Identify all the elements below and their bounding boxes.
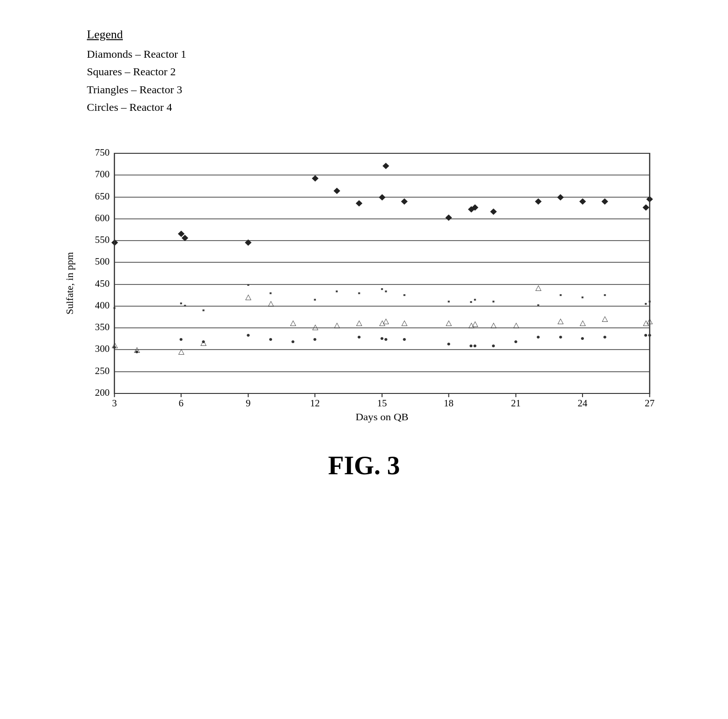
svg-text:550: 550 xyxy=(95,235,110,244)
svg-text:△: △ xyxy=(446,318,452,327)
svg-text:△: △ xyxy=(491,320,497,329)
svg-text:▪: ▪ xyxy=(644,299,647,308)
page-content: Legend Diamonds – Reactor 1 Squares – Re… xyxy=(41,28,687,480)
svg-text:●: ● xyxy=(357,333,361,340)
svg-text:◆: ◆ xyxy=(312,173,318,182)
svg-text:●: ● xyxy=(558,333,563,340)
chart-svg: 750 700 650 600 550 xyxy=(80,144,664,421)
x-ticks: 3 6 9 12 15 18 21 24 xyxy=(112,393,654,408)
svg-text:24: 24 xyxy=(578,398,588,408)
svg-text:▪: ▪ xyxy=(470,297,473,306)
svg-text:●: ● xyxy=(179,335,183,343)
svg-text:▪: ▪ xyxy=(581,293,584,302)
svg-text:△: △ xyxy=(401,318,407,327)
svg-text:250: 250 xyxy=(95,366,110,375)
svg-rect-0 xyxy=(115,153,650,393)
svg-text:●: ● xyxy=(313,335,317,343)
svg-text:△: △ xyxy=(245,292,251,301)
svg-text:●: ● xyxy=(603,333,607,340)
svg-text:●: ● xyxy=(536,333,540,340)
svg-text:9: 9 xyxy=(246,398,251,408)
svg-text:▪: ▪ xyxy=(358,289,361,297)
y-axis-label: Sulfate, in ppm xyxy=(64,252,76,314)
svg-text:15: 15 xyxy=(377,398,387,408)
svg-text:△: △ xyxy=(334,320,340,329)
svg-text:△: △ xyxy=(268,299,274,308)
svg-text:▪: ▪ xyxy=(269,289,272,297)
svg-text:400: 400 xyxy=(95,300,110,310)
svg-text:350: 350 xyxy=(95,322,110,332)
svg-text:▪: ▪ xyxy=(183,301,186,310)
svg-text:△: △ xyxy=(472,319,478,328)
svg-text:200: 200 xyxy=(95,387,110,397)
svg-text:●: ● xyxy=(384,335,388,343)
svg-text:△: △ xyxy=(580,318,586,327)
svg-text:△: △ xyxy=(535,283,541,292)
svg-text:●: ● xyxy=(291,338,295,345)
svg-text:◆: ◆ xyxy=(490,206,497,215)
svg-text:6: 6 xyxy=(179,398,184,408)
svg-text:△: △ xyxy=(643,318,649,327)
svg-text:●: ● xyxy=(402,335,406,343)
svg-text:◆: ◆ xyxy=(535,196,541,205)
chart-wrapper: Sulfate, in ppm 750 700 xyxy=(64,144,664,423)
legend-item-circles: Circles – Reactor 4 xyxy=(87,98,186,116)
chart-area: 750 700 650 600 550 xyxy=(80,144,664,423)
svg-text:●: ● xyxy=(268,335,273,343)
svg-text:●: ● xyxy=(473,342,477,349)
svg-text:△: △ xyxy=(558,316,564,325)
legend-title: Legend xyxy=(87,28,186,42)
svg-text:●: ● xyxy=(201,338,206,345)
svg-text:●: ● xyxy=(246,331,250,338)
x-axis-label: Days on QB xyxy=(356,411,409,422)
svg-text:△: △ xyxy=(513,320,519,329)
svg-text:▪: ▪ xyxy=(202,306,205,314)
svg-text:▪: ▪ xyxy=(247,280,249,289)
chart-container: Sulfate, in ppm 750 700 xyxy=(64,144,664,423)
svg-text:△: △ xyxy=(312,322,318,331)
svg-text:▪: ▪ xyxy=(537,301,540,309)
svg-text:△: △ xyxy=(383,316,389,325)
svg-text:27: 27 xyxy=(645,398,655,408)
svg-text:◆: ◆ xyxy=(382,161,389,169)
svg-text:18: 18 xyxy=(444,398,454,408)
svg-text:▪: ▪ xyxy=(559,290,562,299)
svg-text:●: ● xyxy=(447,340,451,347)
svg-text:▪: ▪ xyxy=(403,290,406,299)
svg-text:▪: ▪ xyxy=(335,287,338,296)
svg-text:21: 21 xyxy=(511,398,521,408)
svg-text:▪: ▪ xyxy=(314,295,316,304)
svg-text:600: 600 xyxy=(95,213,110,223)
legend-item-diamonds: Diamonds – Reactor 1 xyxy=(87,45,186,63)
svg-text:◆: ◆ xyxy=(579,196,586,205)
svg-text:300: 300 xyxy=(95,344,110,353)
svg-text:◆: ◆ xyxy=(379,192,385,201)
svg-text:△: △ xyxy=(290,318,296,327)
legend-section: Legend Diamonds – Reactor 1 Squares – Re… xyxy=(87,28,186,116)
svg-text:◆: ◆ xyxy=(334,186,340,194)
svg-text:450: 450 xyxy=(95,278,110,288)
svg-text:●: ● xyxy=(514,338,518,345)
svg-text:▪: ▪ xyxy=(381,284,383,293)
svg-text:◆: ◆ xyxy=(245,237,251,246)
svg-text:◆: ◆ xyxy=(445,212,452,221)
svg-text:▪: ▪ xyxy=(492,297,495,306)
svg-text:●: ● xyxy=(135,348,139,355)
svg-text:12: 12 xyxy=(310,398,320,408)
svg-text:▪: ▪ xyxy=(180,299,182,308)
svg-text:3: 3 xyxy=(112,398,117,408)
svg-text:△: △ xyxy=(356,318,362,327)
svg-text:◆: ◆ xyxy=(401,196,407,205)
svg-text:500: 500 xyxy=(95,256,110,266)
svg-text:△: △ xyxy=(178,347,184,356)
svg-text:650: 650 xyxy=(95,191,110,201)
svg-text:◆: ◆ xyxy=(182,233,188,242)
svg-text:750: 750 xyxy=(95,147,110,157)
svg-text:▪: ▪ xyxy=(604,290,607,299)
svg-text:●: ● xyxy=(491,342,496,349)
svg-text:●: ● xyxy=(644,331,648,338)
svg-text:▪: ▪ xyxy=(473,295,476,304)
svg-text:▪: ▪ xyxy=(447,297,450,306)
svg-text:△: △ xyxy=(602,314,608,323)
svg-text:◆: ◆ xyxy=(472,202,478,211)
